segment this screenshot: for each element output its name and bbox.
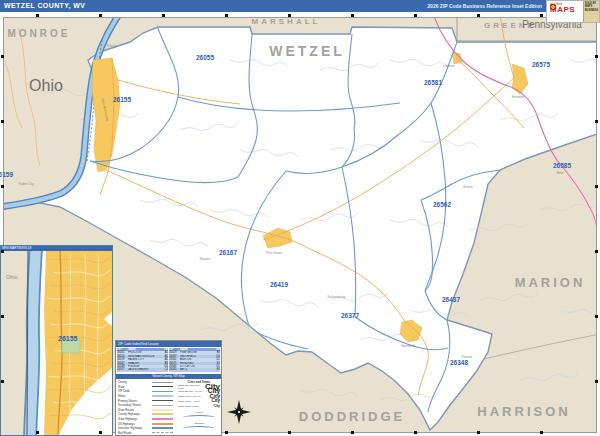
legend-water-rows: RiversStreams [178, 411, 220, 431]
inset-title: NEW MARTINSVILLE [0, 245, 113, 251]
legend-box: ZIP Code Index/Grid Locator ZIPNAMEGR260… [115, 340, 222, 436]
legend-swatch [152, 382, 173, 383]
grid-tick [1, 55, 4, 58]
zip-index-row: 26585METZE2 [169, 368, 220, 371]
city-size-label: Cities 100,000 and Over [178, 384, 205, 390]
index-name: METZ [180, 368, 214, 371]
edition-label: 2026 ZIP Code Business Reference Inset E… [427, 3, 542, 9]
grid-tick [595, 55, 598, 58]
grid-tick [225, 14, 228, 17]
legend-swatch [152, 391, 173, 392]
city-size-sample: City [213, 405, 220, 409]
legend-swatch [152, 405, 173, 406]
inset-ohio-label: Ohio [6, 274, 18, 280]
inset-river [30, 251, 36, 436]
grid-tick [99, 14, 102, 17]
grid-tick [595, 315, 598, 318]
grid-tick [36, 431, 39, 434]
logo-splat-icon [549, 3, 557, 11]
index-name: JACKSONBURG [128, 368, 162, 371]
grid-tick [595, 185, 598, 188]
grid-tick [36, 14, 39, 17]
legend-swatch [152, 409, 173, 411]
legend-swatch [152, 400, 173, 401]
grid-tick [477, 14, 480, 17]
logo-badge: SOLD BYMAPSBUSINESS [583, 1, 599, 22]
compass-rose-icon [226, 399, 252, 425]
legend-label: County [118, 380, 152, 384]
water-label: Streams [178, 422, 220, 425]
water-arc [183, 426, 215, 431]
grid-tick [351, 431, 354, 434]
map-document: WETZEL COUNTY, WV 2026 ZIP Code Business… [0, 0, 600, 436]
grid-tick [540, 14, 543, 17]
legend-line-symbols: CountyStateZIP CodeWaterPrimary StreetsS… [118, 380, 176, 435]
grid-tick [1, 315, 4, 318]
legend-city-sizes: Cities and Towns Cities 100,000 and Over… [178, 380, 220, 431]
legend-label: Rail Roads [118, 431, 152, 435]
legend-swatch [152, 386, 173, 387]
grid-tick [288, 14, 291, 17]
zip-index-column: ZIPNAMEGR26055PROCTORA126155NEW MARTINSV… [117, 348, 168, 374]
city-size-label: Cities Under 1,000 [178, 405, 199, 408]
legend-label: State [118, 385, 152, 389]
legend-label: Interstate Highways [118, 426, 152, 430]
legend-label: State Routes [118, 408, 152, 412]
grid-tick [288, 431, 291, 434]
legend-label: Primary Streets [118, 399, 152, 403]
inset-title-bar: NEW MARTINSVILLE [0, 245, 113, 251]
water-row-streams: Streams [178, 422, 220, 431]
map-title: WETZEL COUNTY, WV [4, 2, 85, 9]
grid-tick [162, 14, 165, 17]
grid-tick [595, 380, 598, 383]
legend-label: State Highways [118, 417, 152, 421]
city-size-label: Cities 1,000 - 4,999 [178, 400, 200, 403]
grid-tick [1, 250, 4, 253]
inset-zip-label: 26155 [58, 335, 77, 342]
water-row-rivers: Rivers [178, 411, 220, 420]
zip-index-row: 26377JACKSONBURGC4 [117, 368, 168, 371]
index-grid: E2 [214, 368, 220, 371]
grid-tick [595, 120, 598, 123]
legend-label: ZIP Code [118, 389, 152, 393]
legend-swatch [152, 413, 173, 415]
city-size-label: Cities 5,000 - 24,999 [178, 395, 201, 398]
grid-tick [1, 185, 4, 188]
legend-label: US Highways [118, 422, 152, 426]
zip-index-table: ZIPNAMEGR26055PROCTORA126155NEW MARTINSV… [116, 347, 221, 374]
city-size-row: Cities Under 1,000City [178, 404, 220, 409]
index-grid: C4 [162, 368, 168, 371]
grid-tick [477, 431, 480, 434]
grid-tick [351, 14, 354, 17]
index-zip: 26585 [169, 368, 180, 371]
grid-tick [99, 431, 102, 434]
legend-swatch [152, 432, 173, 433]
publisher-logo: market MAPS SOLD BYMAPSBUSINESS [546, 0, 600, 23]
legend-row-rail-roads: Rail Roads [118, 431, 176, 436]
grid-tick [1, 380, 4, 383]
legend-swatch [152, 423, 173, 425]
legend-label: Secondary Streets [118, 403, 152, 407]
legend-swatch [152, 418, 173, 420]
legend-label: Water [118, 394, 152, 398]
legend-label: County Highways [118, 412, 152, 416]
grid-tick [414, 431, 417, 434]
index-zip: 26377 [117, 368, 128, 371]
grid-tick [1, 120, 4, 123]
logo-badge-line: BUSINESS [585, 9, 598, 12]
zip-index-column: ZIPNAMEGR26419PINE GROVEB326437SMITHFIEL… [169, 348, 220, 374]
water-label: Rivers [178, 411, 220, 414]
grid-tick [414, 14, 417, 17]
grid-tick [225, 431, 228, 434]
legend-city-rows: Cities 100,000 and OverCityCities 25,000… [178, 384, 220, 409]
city-size-label: Cities 25,000 - 99,999 [178, 390, 202, 393]
grid-tick [595, 250, 598, 253]
title-bar: WETZEL COUNTY, WV 2026 ZIP Code Business… [0, 0, 600, 12]
legend-swatch [152, 395, 173, 397]
legend-body: CountyStateZIP CodeWaterPrimary StreetsS… [116, 379, 221, 436]
water-arc [183, 415, 215, 420]
legend-swatch [152, 427, 173, 429]
grid-tick [540, 431, 543, 434]
